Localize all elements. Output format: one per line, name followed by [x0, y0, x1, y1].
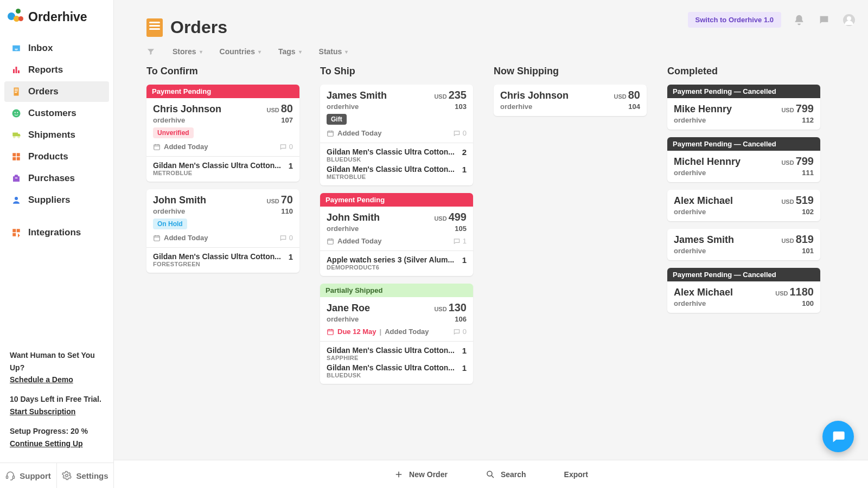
search-button[interactable]: Search	[486, 470, 526, 479]
card-banner: Partially Shipped	[320, 284, 473, 297]
order-id: 103	[455, 102, 467, 111]
main-nav: InboxReportsOrdersCustomersShipmentsProd…	[0, 36, 113, 213]
export-label: Export	[564, 470, 588, 479]
nav-suppliers[interactable]: Suppliers	[4, 190, 109, 210]
customers-icon	[11, 108, 22, 119]
order-card[interactable]: Payment Pending John Smith USD499 orderh…	[320, 193, 473, 276]
filter-countries[interactable]: Countries ▾	[220, 47, 261, 56]
nav-customers[interactable]: Customers	[4, 103, 109, 124]
customer-name: Chris Johnson	[153, 104, 221, 115]
customer-name: Michel Hennry	[674, 156, 741, 168]
added-label: Added Today	[337, 129, 381, 137]
nav-inbox[interactable]: Inbox	[4, 38, 109, 59]
order-id: 100	[802, 299, 814, 307]
line-qty: 1	[289, 252, 293, 261]
avatar-icon[interactable]	[842, 13, 856, 27]
customer-name: James Smith	[327, 90, 387, 101]
product-name: Gildan Men's Classic Ultra Cotton...	[153, 252, 284, 261]
svg-rect-19	[154, 235, 160, 240]
comments-count[interactable]: 0	[453, 328, 467, 336]
calendar-icon	[327, 328, 334, 336]
order-card[interactable]: Chris Johnson USD80 orderhive 104	[494, 85, 647, 116]
order-card[interactable]: Payment Pending — Cancelled Michel Hennr…	[667, 137, 820, 182]
bell-icon[interactable]	[792, 13, 806, 27]
svg-rect-11	[17, 157, 20, 160]
chat-icon[interactable]	[817, 13, 831, 27]
order-card[interactable]: Payment Pending — Cancelled Alex Michael…	[667, 268, 820, 313]
filter-tags[interactable]: Tags ▾	[278, 47, 302, 56]
filter-icon[interactable]	[146, 47, 155, 56]
nav-integrations[interactable]: Integrations	[4, 222, 109, 243]
order-lines: Apple watch series 3 (Silver Alum... DEM…	[320, 251, 473, 276]
nav-label: Reports	[28, 65, 63, 75]
secondary-nav: Integrations	[0, 220, 113, 245]
continue-setup-link[interactable]: Continue Setting Up	[10, 439, 83, 448]
order-card[interactable]: Alex Michael USD519 orderhive 102	[667, 190, 820, 221]
svg-rect-21	[328, 239, 334, 243]
board: To ConfirmPayment Pending Chris Johnson …	[114, 66, 868, 391]
export-button[interactable]: Export	[564, 470, 588, 479]
start-subscription-link[interactable]: Start Subscription	[10, 407, 75, 416]
line-qty: 1	[462, 346, 467, 355]
comments-count[interactable]: 0	[279, 234, 293, 242]
product-variant: BLUEDUSK	[327, 372, 458, 378]
order-amount: USD235	[434, 89, 467, 101]
help-chat-fab[interactable]	[822, 421, 854, 452]
order-card[interactable]: James Smith USD819 orderhive 101	[667, 229, 820, 260]
nav-label: Shipments	[28, 130, 75, 140]
svg-rect-22	[328, 329, 334, 334]
product-name: Gildan Men's Classic Ultra Cotton...	[153, 161, 284, 170]
line-qty: 2	[462, 147, 467, 157]
comments-count[interactable]: 0	[453, 129, 467, 137]
filter-status[interactable]: Status ▾	[319, 47, 348, 56]
inbox-icon	[11, 43, 22, 54]
nav-shipments[interactable]: Shipments	[4, 125, 109, 145]
order-card[interactable]: Payment Pending — Cancelled Mike Hennry …	[667, 85, 820, 130]
order-card[interactable]: Payment Pending Chris Johnson USD80 orde…	[146, 85, 299, 182]
added-label: Added Today	[164, 143, 208, 151]
switch-version-button[interactable]: Switch to Orderhive 1.0	[688, 12, 782, 28]
nav-orders[interactable]: Orders	[4, 81, 109, 102]
comments-count[interactable]: 1	[453, 237, 467, 245]
nav-reports[interactable]: Reports	[4, 60, 109, 80]
new-order-button[interactable]: New Order	[394, 470, 448, 479]
filter-stores[interactable]: Stores ▾	[173, 47, 202, 56]
brand[interactable]: Orderhive	[0, 0, 113, 36]
comments-count[interactable]: 0	[279, 143, 293, 151]
column-now-shipping: Now Shipping Chris Johnson USD80 orderhi…	[494, 66, 647, 124]
customer-name: Jane Roe	[327, 303, 370, 314]
purchases-icon	[11, 173, 22, 184]
schedule-demo-link[interactable]: Schedule a Demo	[10, 375, 73, 384]
order-card[interactable]: James Smith USD235 orderhive 103 GiftAdd…	[320, 85, 473, 185]
main: Switch to Orderhive 1.0 Orders Stores ▾C…	[114, 0, 868, 460]
nav-label: Suppliers	[28, 195, 70, 206]
promo-setup-question: Want Human to Set You Up?	[10, 349, 104, 374]
store-name: orderhive	[674, 208, 706, 216]
svg-point-23	[487, 471, 492, 476]
svg-rect-13	[7, 476, 8, 479]
search-icon	[486, 470, 495, 479]
support-button[interactable]: Support	[0, 463, 57, 488]
order-line: Gildan Men's Classic Ultra Cotton... BLU…	[327, 147, 467, 163]
store-name: orderhive	[327, 224, 359, 233]
orders-icon	[11, 86, 22, 97]
order-card[interactable]: Partially Shipped Jane Roe USD130 orderh…	[320, 284, 473, 384]
nav-purchases[interactable]: Purchases	[4, 168, 109, 189]
svg-rect-9	[17, 153, 20, 156]
order-card[interactable]: John Smith USD70 orderhive 110 On HoldAd…	[146, 189, 299, 273]
svg-point-17	[847, 16, 851, 21]
reports-icon	[11, 65, 22, 75]
chevron-down-icon: ▾	[258, 49, 261, 55]
store-name: orderhive	[327, 315, 359, 323]
settings-button[interactable]: Settings	[57, 463, 113, 488]
added-label: Added Today	[164, 234, 208, 242]
line-qty: 1	[462, 363, 467, 373]
customer-name: Mike Hennry	[674, 104, 732, 115]
product-variant: DEMOPRODUCT6	[327, 264, 458, 271]
product-variant: METROBLUE	[153, 170, 284, 176]
nav-label: Customers	[28, 108, 76, 119]
svg-point-4	[15, 112, 16, 113]
nav-products[interactable]: Products	[4, 146, 109, 167]
card-banner: Payment Pending — Cancelled	[667, 268, 820, 281]
store-name: orderhive	[674, 116, 706, 124]
